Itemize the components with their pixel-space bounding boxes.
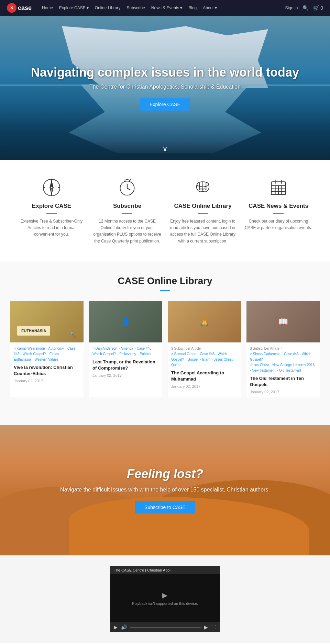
article-body-1: > Kamal Weerakoon · Autonomy · Case #46 …	[10, 342, 84, 386]
hero-heading: Navigating complex issues in the world t…	[31, 65, 299, 80]
nav-news[interactable]: News & Events ▾	[151, 5, 182, 10]
article-body-3: $ Subscriber Article · > Samuel Green · …	[168, 342, 241, 392]
nav-about[interactable]: About ▾	[203, 5, 217, 10]
library-title: CASE Online Library	[10, 275, 320, 286]
article-img-1: EUTHANASIA 🔨	[10, 301, 84, 342]
article-title-4: The Old Testament in Ten Gospels	[250, 375, 316, 388]
article-title-3: The Gospel According to Muhammad	[171, 370, 238, 382]
feature-subscribe-title: Subscribe	[93, 203, 162, 210]
feature-subscribe-divider	[122, 213, 132, 214]
logo-text: case	[18, 4, 32, 12]
nav-right: Sign in 🔍 🛒 0	[285, 5, 323, 11]
nav-blog[interactable]: Blog	[188, 5, 197, 10]
video-title: The CASE Centre | Christian Apol	[110, 566, 220, 574]
video-unsupported: ▶ Playback isn't supported on this devic…	[132, 591, 198, 606]
feature-news-desc: Check out our diary of upcoming CASE & p…	[244, 218, 313, 231]
youtube-icon[interactable]: ▶	[204, 624, 208, 630]
video-volume-icon[interactable]: 🔊	[121, 624, 127, 630]
article-date-3: January 02, 2017	[171, 384, 238, 388]
articles-grid: EUTHANASIA 🔨 > Kamal Weerakoon · Autonom…	[10, 301, 320, 397]
feature-subscribe-desc: 12 Months access to the CASE Online Libr…	[93, 218, 162, 245]
article-date-4: January 02, 2017	[250, 390, 316, 394]
article-tags-2: > Dan Anderson · America · Case #46 - Wh…	[92, 346, 159, 357]
video-controls: ▶ 🔊 ▶ ⛶	[110, 622, 220, 632]
navbar: ✕ case Home Explore CASE ▾ Online Librar…	[0, 0, 330, 16]
article-date-2: January 02, 2017	[92, 373, 159, 377]
play-icon: ▶	[132, 591, 198, 599]
article-card-1: EUTHANASIA 🔨 > Kamal Weerakoon · Autonom…	[10, 301, 84, 397]
logo-icon: ✕	[7, 3, 16, 13]
video-section: The CASE Centre | Christian Apol ▶ Playb…	[0, 555, 330, 643]
article-tags-1: > Kamal Weerakoon · Autonomy · Case #46 …	[14, 346, 80, 362]
feature-explore-divider	[46, 213, 57, 214]
article-img-2: 👤	[89, 301, 162, 342]
svg-marker-1	[50, 181, 53, 188]
feature-explore-title: Explore CASE	[17, 203, 86, 210]
video-fullscreen-icon[interactable]: ⛶	[211, 624, 216, 630]
nav-subscribe[interactable]: Subscribe	[126, 5, 145, 10]
feature-library-title: CASE Online Library	[168, 203, 237, 210]
compass-icon	[17, 177, 86, 198]
feature-explore: Explore CASE Extensive Free & Subscriber…	[17, 177, 86, 245]
article-card-4: 📖 $ Subscriber Article · > Simon Gatherc…	[246, 301, 320, 397]
article-tags-3: $ Subscriber Article · > Samuel Green · …	[171, 346, 238, 368]
subscribe-button[interactable]: Subscribe to CASE	[135, 501, 195, 513]
feature-library-desc: Enjoy free featured content, login to re…	[168, 218, 237, 245]
search-icon[interactable]: 🔍	[302, 5, 308, 11]
video-screen: ▶ Playback isn't supported on this devic…	[110, 574, 220, 622]
article-title-1: Vive la revolution: Christian Counter-Et…	[14, 364, 80, 377]
cart-icon[interactable]: 🛒 0	[313, 5, 323, 11]
desert-subheading: Navigate the difficult issues with with …	[60, 487, 270, 493]
video-player: The CASE Centre | Christian Apol ▶ Playb…	[110, 566, 220, 632]
clock-icon	[93, 177, 162, 198]
article-tags-4: $ Subscriber Article · > Simon Gathercol…	[250, 346, 316, 373]
svg-marker-2	[50, 188, 53, 194]
hero-scroll-arrow[interactable]: ∨	[162, 144, 168, 153]
hero-content: Navigating complex issues in the world t…	[24, 58, 306, 117]
article-card-2: 👤 > Dan Anderson · America · Case #46 - …	[89, 301, 162, 397]
hero-section: Navigating complex issues in the world t…	[0, 16, 330, 160]
desert-section: Feeling lost? Navigate the difficult iss…	[0, 425, 330, 555]
features-section: Explore CASE Extensive Free & Subscriber…	[0, 160, 330, 262]
nav-links: Home Explore CASE ▾ Online Library Subsc…	[42, 5, 285, 10]
article-title-2: Last Trump, or the Revelation of Comprom…	[92, 359, 159, 371]
hero-subheading: The Centre for Christian Apologetics, Sc…	[31, 84, 299, 90]
hero-cta-button[interactable]: Explore CASE	[140, 98, 190, 111]
feature-explore-desc: Extensive Free & Subscriber-Only Article…	[17, 218, 86, 238]
video-play-button[interactable]: ▶	[114, 624, 118, 630]
feature-news: CASE News & Events Check out our diary o…	[244, 177, 313, 245]
feature-subscribe: Subscribe 12 Months access to the CASE O…	[93, 177, 162, 245]
feature-news-divider	[273, 213, 284, 214]
desert-content: Feeling lost? Navigate the difficult iss…	[60, 467, 270, 513]
feature-library: CASE Online Library Enjoy free featured …	[168, 177, 237, 245]
video-progress-bar[interactable]	[130, 627, 201, 628]
article-card-3: 🙏 $ Subscriber Article · > Samuel Green …	[168, 301, 241, 397]
logo[interactable]: ✕ case	[7, 3, 32, 13]
article-img-4: 📖	[246, 301, 320, 342]
feature-news-title: CASE News & Events	[244, 203, 313, 210]
sign-in-link[interactable]: Sign in	[285, 5, 298, 10]
desert-heading: Feeling lost?	[60, 467, 270, 481]
calendar-icon	[244, 177, 313, 198]
feature-library-divider	[198, 213, 208, 214]
article-img-3: 🙏	[168, 301, 241, 342]
nav-library[interactable]: Online Library	[95, 5, 121, 10]
article-body-2: > Dan Anderson · America · Case #46 - Wh…	[89, 342, 162, 381]
nav-explore[interactable]: Explore CASE ▾	[59, 5, 89, 10]
article-body-4: $ Subscriber Article · > Simon Gathercol…	[246, 342, 320, 397]
article-date-1: January 02, 2017	[14, 379, 80, 383]
nav-home[interactable]: Home	[42, 5, 53, 10]
library-section: CASE Online Library EUTHANASIA 🔨 > Kamal…	[0, 262, 330, 411]
about-section: The Centre for Christian Apologetics, Sc…	[0, 643, 330, 644]
reading-icon	[168, 177, 237, 198]
library-divider	[160, 290, 170, 291]
spacer-1	[0, 411, 330, 425]
